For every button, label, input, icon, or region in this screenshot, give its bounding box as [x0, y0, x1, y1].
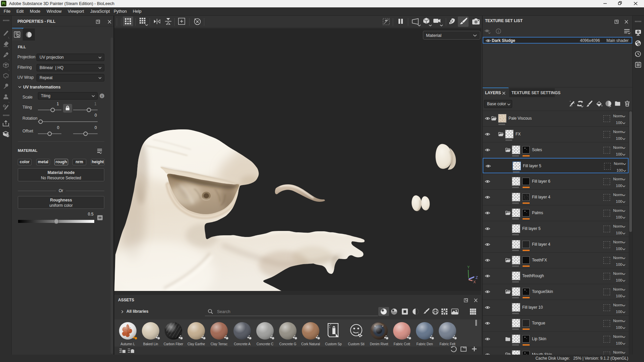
svg-text:Baked Lin: Baked Lin [143, 342, 158, 346]
svg-text:Fabric Cott: Fabric Cott [394, 342, 410, 346]
svg-text:Cork Natural: Cork Natural [301, 342, 320, 346]
svg-text:Fabric Felt: Fabric Felt [439, 342, 455, 346]
svg-text:1: 1 [497, 30, 499, 33]
svg-text:X: X [473, 280, 476, 284]
svg-text:Denim Rivet: Denim Rivet [370, 342, 388, 346]
svg-text:Clay Earthe: Clay Earthe [187, 342, 205, 346]
svg-text:Z: Z [476, 276, 478, 280]
svg-text:Fabric Den: Fabric Den [417, 342, 433, 346]
svg-text:Y: Y [467, 265, 470, 269]
svg-text:Custom Sti: Custom Sti [348, 342, 365, 346]
svg-text:Concrete G: Concrete G [279, 342, 296, 346]
svg-text:Clay Terrac: Clay Terrac [211, 342, 227, 346]
svg-text:Concrete C: Concrete C [257, 342, 274, 346]
svg-text:Autumn L: Autumn L [121, 342, 135, 346]
svg-text:Concrete A: Concrete A [234, 342, 251, 346]
svg-text:Carbon Fiber: Carbon Fiber [164, 342, 183, 346]
svg-text:Custom Sp: Custom Sp [325, 342, 342, 346]
svg-text:i: i [102, 94, 103, 98]
